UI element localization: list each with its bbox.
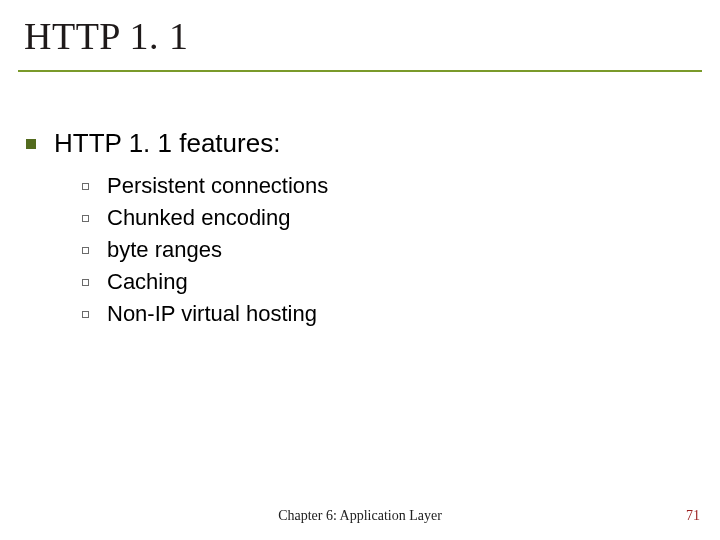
footer-page-number: 71 bbox=[686, 508, 700, 524]
list-item-text: Caching bbox=[107, 269, 188, 295]
title-underline bbox=[18, 70, 702, 72]
hollow-square-bullet-icon bbox=[82, 279, 89, 286]
hollow-square-bullet-icon bbox=[82, 183, 89, 190]
hollow-square-bullet-icon bbox=[82, 247, 89, 254]
list-item: Chunked encoding bbox=[82, 205, 680, 231]
list-item-text: Persistent connections bbox=[107, 173, 328, 199]
list-item: Non-IP virtual hosting bbox=[82, 301, 680, 327]
list-item-text: Chunked encoding bbox=[107, 205, 290, 231]
slide: HTTP 1. 1 HTTP 1. 1 features: Persistent… bbox=[0, 0, 720, 540]
list-item-text: byte ranges bbox=[107, 237, 222, 263]
list-item-text: Non-IP virtual hosting bbox=[107, 301, 317, 327]
slide-body: HTTP 1. 1 features: Persistent connectio… bbox=[26, 128, 680, 345]
list-item: Caching bbox=[82, 269, 680, 295]
slide-title: HTTP 1. 1 bbox=[24, 14, 189, 58]
list-item: Persistent connections bbox=[82, 173, 680, 199]
hollow-square-bullet-icon bbox=[82, 311, 89, 318]
footer-chapter: Chapter 6: Application Layer bbox=[0, 508, 720, 524]
level1-item: HTTP 1. 1 features: Persistent connectio… bbox=[26, 128, 680, 327]
square-bullet-icon bbox=[26, 139, 36, 149]
level1-text: HTTP 1. 1 features: bbox=[54, 128, 280, 159]
level2-list: Persistent connections Chunked encoding … bbox=[82, 173, 680, 327]
hollow-square-bullet-icon bbox=[82, 215, 89, 222]
list-item: byte ranges bbox=[82, 237, 680, 263]
